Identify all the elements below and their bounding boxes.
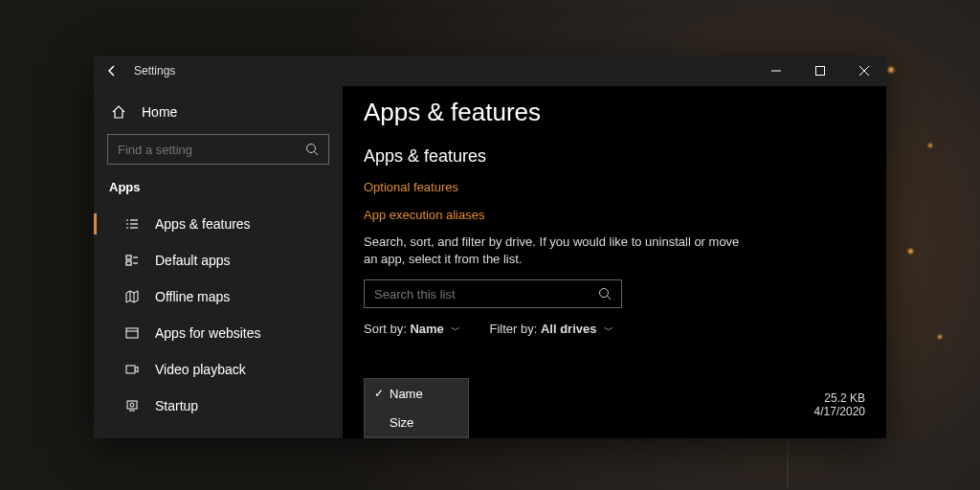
- list-icon: [122, 216, 142, 232]
- svg-line-3: [315, 152, 319, 156]
- map-icon: [122, 289, 142, 304]
- sidebar-item-label: Offline maps: [155, 289, 230, 304]
- filter-value: All drives: [541, 322, 597, 336]
- home-icon: [109, 104, 128, 120]
- sort-label: Sort by:: [364, 322, 407, 336]
- sidebar-item-apps-features[interactable]: Apps & features: [94, 206, 343, 242]
- section-description: Search, sort, and filter by drive. If yo…: [364, 234, 746, 268]
- sidebar-item-startup[interactable]: Startup: [94, 388, 343, 424]
- video-icon: [122, 362, 142, 377]
- optional-features-link[interactable]: Optional features: [364, 180, 458, 194]
- sidebar-item-label: Apps & features: [155, 216, 251, 232]
- svg-point-20: [600, 289, 609, 298]
- sidebar-category: Apps: [94, 174, 343, 206]
- checkmark-icon: ✓: [374, 387, 390, 400]
- option-label: Name: [390, 387, 423, 401]
- option-label: Size: [390, 415, 413, 430]
- svg-rect-17: [127, 401, 137, 409]
- link-icon: [122, 325, 142, 341]
- home-nav[interactable]: Home: [94, 94, 343, 130]
- close-button[interactable]: [842, 56, 886, 86]
- svg-rect-12: [126, 261, 131, 265]
- sidebar-item-label: Apps for websites: [155, 325, 261, 341]
- sidebar-item-label: Default apps: [155, 253, 231, 268]
- app-search-input[interactable]: [374, 287, 598, 301]
- svg-rect-1: [816, 67, 825, 76]
- sidebar-item-offline-maps[interactable]: Offline maps: [94, 278, 343, 315]
- execution-aliases-link[interactable]: App execution aliases: [364, 208, 484, 222]
- sidebar-item-label: Startup: [155, 398, 198, 413]
- main-content: Apps & features Apps & features Optional…: [343, 86, 886, 438]
- search-icon: [598, 287, 612, 301]
- section-title: Apps & features: [364, 146, 865, 167]
- sort-option-size[interactable]: Size: [365, 408, 468, 436]
- filter-by-control[interactable]: Filter by: All drives ﹀: [489, 322, 613, 337]
- sidebar-item-apps-websites[interactable]: Apps for websites: [94, 315, 343, 351]
- svg-rect-10: [126, 256, 131, 259]
- app-date: 4/17/2020: [789, 405, 865, 418]
- chevron-down-icon: ﹀: [451, 324, 460, 335]
- svg-point-19: [130, 403, 134, 407]
- svg-point-2: [307, 145, 316, 153]
- window-title: Settings: [134, 64, 175, 78]
- settings-window: Settings Home: [94, 56, 886, 438]
- sort-option-name[interactable]: ✓ Name: [365, 379, 468, 408]
- sidebar-search[interactable]: [107, 134, 329, 165]
- svg-rect-16: [126, 366, 135, 373]
- app-size: 25.2 KB: [789, 391, 865, 405]
- chevron-down-icon: ﹀: [604, 324, 613, 335]
- sidebar-item-default-apps[interactable]: Default apps: [94, 242, 343, 278]
- titlebar: Settings: [94, 56, 886, 86]
- app-search[interactable]: [364, 279, 622, 308]
- minimize-button[interactable]: [754, 56, 798, 86]
- page-title: Apps & features: [364, 98, 865, 127]
- search-icon: [305, 143, 319, 156]
- svg-line-21: [608, 297, 612, 301]
- maximize-button[interactable]: [798, 56, 842, 86]
- svg-rect-14: [126, 328, 138, 338]
- back-button[interactable]: [105, 64, 124, 78]
- startup-icon: [122, 398, 142, 413]
- sort-option-install-date[interactable]: Install date: [365, 436, 468, 438]
- sidebar: Home Apps Apps & features Default apps: [94, 86, 343, 438]
- sort-by-control[interactable]: Sort by: Name ﹀: [364, 322, 460, 337]
- filter-label: Filter by:: [489, 322, 537, 336]
- sidebar-item-video-playback[interactable]: Video playback: [94, 351, 343, 388]
- sort-value: Name: [410, 322, 443, 336]
- sidebar-item-label: Video playback: [155, 362, 246, 377]
- sidebar-search-input[interactable]: [118, 143, 305, 157]
- sort-dropdown: ✓ Name Size Install date: [364, 378, 469, 438]
- home-label: Home: [142, 104, 177, 120]
- defaults-icon: [122, 253, 142, 268]
